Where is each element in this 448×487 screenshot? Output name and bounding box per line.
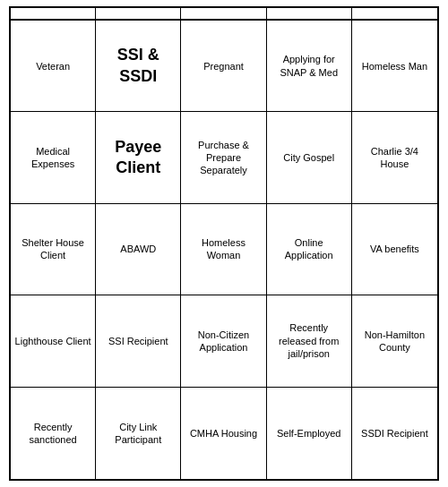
bingo-cell-24: SSDI Recipient bbox=[352, 388, 437, 479]
bingo-cell-4: Homeless Man bbox=[352, 21, 437, 112]
bingo-cell-10: Shelter House Client bbox=[11, 204, 96, 295]
bingo-cell-8: City Gospel bbox=[267, 112, 352, 203]
bingo-cell-2: Pregnant bbox=[181, 21, 266, 112]
letter-o bbox=[352, 8, 437, 19]
bingo-cell-17: Non-Citizen Application bbox=[181, 295, 266, 387]
bingo-cell-18: Recently released from jail/prison bbox=[267, 295, 352, 387]
letter-n bbox=[181, 8, 266, 19]
bingo-cell-14: VA benefits bbox=[352, 204, 437, 295]
bingo-card: VeteranSSI & SSDIPregnantApplying for SN… bbox=[9, 6, 439, 481]
bingo-cell-21: City Link Participant bbox=[96, 388, 181, 479]
bingo-cell-7: Purchase & Prepare Separately bbox=[181, 112, 266, 203]
bingo-cell-13: Online Application bbox=[267, 204, 352, 295]
bingo-cell-5: Medical Expenses bbox=[11, 112, 96, 203]
bingo-cell-11: ABAWD bbox=[96, 204, 181, 295]
bingo-grid: VeteranSSI & SSDIPregnantApplying for SN… bbox=[11, 21, 437, 479]
bingo-cell-1: SSI & SSDI bbox=[96, 21, 181, 112]
letter-i bbox=[96, 8, 181, 19]
bingo-cell-3: Applying for SNAP & Med bbox=[267, 21, 352, 112]
bingo-cell-0: Veteran bbox=[11, 21, 96, 112]
letter-b bbox=[11, 8, 96, 19]
bingo-header bbox=[11, 8, 437, 21]
bingo-cell-6: Payee Client bbox=[96, 112, 181, 203]
bingo-cell-12: Homeless Woman bbox=[181, 204, 266, 295]
bingo-cell-20: Recently sanctioned bbox=[11, 388, 96, 479]
bingo-cell-16: SSI Recipient bbox=[96, 295, 181, 387]
bingo-cell-23: Self-Employed bbox=[267, 388, 352, 479]
letter-g bbox=[267, 8, 352, 19]
bingo-cell-22: CMHA Housing bbox=[181, 388, 266, 479]
bingo-cell-9: Charlie 3/4 House bbox=[352, 112, 437, 203]
bingo-cell-15: Lighthouse Client bbox=[11, 295, 96, 387]
bingo-cell-19: Non-Hamilton County bbox=[352, 295, 437, 387]
